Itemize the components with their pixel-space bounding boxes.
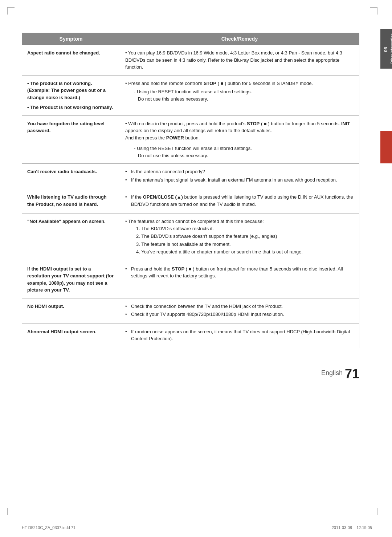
table-row: "Not Available" appears on screen. • The…	[22, 213, 359, 261]
remedy-list: Check the connection between the TV and …	[125, 303, 354, 318]
remedy-item: If the antenna's input signal is weak, i…	[125, 176, 354, 184]
footer-filename: HT-D5210C_ZA_0307.indd 71	[22, 525, 75, 530]
page-container: 06 Other information Symptom Check/Remed…	[0, 0, 392, 537]
remedy-item: Press and hold the STOP ( ■ ) button on …	[125, 265, 354, 280]
remedy-list: Is the antenna connected properly? If th…	[125, 168, 354, 183]
footer: HT-D5210C_ZA_0307.indd 71 2011-03-08 12:…	[0, 525, 392, 530]
symptom-cell: No HDMI output.	[22, 298, 120, 324]
table-row: Abnormal HDMI output screen. If random n…	[22, 324, 359, 348]
tab-number: 06	[383, 47, 388, 52]
table-row: No HDMI output. Check the connection bet…	[22, 298, 359, 324]
remedy-list: Press and hold the STOP ( ■ ) button on …	[125, 265, 354, 280]
footer-time: 12:19:05	[356, 525, 372, 530]
remedy-item: Check if your TV supports 480p/720p/1080…	[125, 311, 354, 318]
table-row: While listening to TV audio through the …	[22, 189, 359, 213]
symptom-cell: Abnormal HDMI output screen.	[22, 324, 120, 348]
symptom-text: You have forgotten the rating level pass…	[27, 121, 105, 134]
symptom-text: Can't receive radio broadcasts.	[27, 169, 97, 174]
corner-tl	[7, 7, 15, 15]
tab-label: Other information	[390, 33, 392, 64]
remedy-cell: • With no disc in the product, press and…	[120, 115, 359, 164]
footer-date-time: 2011-03-08 12:19:05	[332, 525, 372, 530]
symptom-cell: While listening to TV audio through the …	[22, 189, 120, 213]
symptom-cell: Can't receive radio broadcasts.	[22, 164, 120, 189]
symptom-text: Abnormal HDMI output screen.	[27, 329, 97, 334]
remedy-numbered-2: 2. The BD/DVD's software doesn't support…	[125, 233, 354, 240]
table-row: Can't receive radio broadcasts. Is the a…	[22, 164, 359, 189]
remedy-text: • You can play 16:9 BD/DVDs in 16:9 Wide…	[125, 50, 342, 70]
remedy-numbered-3: 3. The feature is not available at the m…	[125, 241, 354, 248]
symptom-cell: • The product is not working. (Example: …	[22, 75, 120, 115]
red-bookmark-tab	[380, 131, 392, 163]
symptom-text: "Not Available" appears on screen.	[27, 219, 106, 224]
remedy-cell: If random noise appears on the screen, i…	[120, 324, 359, 348]
remedy-cell: If the OPEN/CLOSE (▲) button is pressed …	[120, 189, 359, 213]
remedy-item: If the OPEN/CLOSE (▲) button is pressed …	[125, 194, 354, 208]
symptom-text: No HDMI output.	[27, 304, 64, 309]
remedy-cell: • You can play 16:9 BD/DVDs in 16:9 Wide…	[120, 45, 359, 76]
footer-date: 2011-03-08	[332, 525, 352, 530]
remedy-cell: • Press and hold the romote control's ST…	[120, 75, 359, 115]
page-number-area: English 71	[0, 366, 359, 382]
table-row: You have forgotten the rating level pass…	[22, 115, 359, 164]
table-row: If the HDMI output is set to a resolutio…	[22, 261, 359, 298]
symptom-cell: Aspect ratio cannot be changed.	[22, 45, 120, 76]
symptom-cell: "Not Available" appears on screen.	[22, 213, 120, 261]
side-tab: 06 Other information	[380, 29, 392, 69]
table-row: Aspect ratio cannot be changed. • You ca…	[22, 45, 359, 76]
corner-bl	[7, 508, 15, 515]
remedy-numbered-4: 4. You've requested a title or chapter n…	[125, 248, 354, 256]
remedy-cell: Is the antenna connected properly? If th…	[120, 164, 359, 189]
remedy-intro: • The features or action cannot be compl…	[125, 218, 354, 225]
remedy-list: If the OPEN/CLOSE (▲) button is pressed …	[125, 194, 354, 208]
troubleshooting-table: Symptom Check/Remedy Aspect ratio cannot…	[22, 33, 359, 348]
remedy-numbered-1: 1. The BD/DVD's software restricts it.	[125, 225, 354, 232]
remedy-item: Check the connection between the TV and …	[125, 303, 354, 310]
corner-tr	[370, 7, 377, 15]
remedy-cell: Press and hold the STOP ( ■ ) button on …	[120, 261, 359, 298]
remedy-sub: - Using the RESET function will erase al…	[125, 88, 354, 102]
symptom-text: Aspect ratio cannot be changed.	[27, 50, 100, 56]
english-label: English	[321, 369, 343, 382]
table-row: • The product is not working. (Example: …	[22, 75, 359, 115]
remedy-item: Is the antenna connected properly?	[125, 168, 354, 175]
symptom-cell: If the HDMI output is set to a resolutio…	[22, 261, 120, 298]
header-symptom: Symptom	[22, 33, 120, 45]
header-remedy: Check/Remedy	[120, 33, 359, 45]
symptom-cell: You have forgotten the rating level pass…	[22, 115, 120, 164]
remedy-main: • Press and hold the romote control's ST…	[125, 80, 354, 87]
remedy-item: If random noise appears on the screen, i…	[125, 328, 354, 342]
main-content: Symptom Check/Remedy Aspect ratio cannot…	[22, 33, 359, 348]
remedy-cell: • The features or action cannot be compl…	[120, 213, 359, 261]
remedy-bullet-1: • With no disc in the product, press and…	[125, 120, 354, 142]
symptom-text: While listening to TV audio through the …	[27, 194, 107, 207]
page-number: 71	[345, 366, 359, 382]
symptom-text: If the HDMI output is set to a resolutio…	[27, 266, 114, 293]
remedy-list: If random noise appears on the screen, i…	[125, 328, 354, 342]
symptom-part-2: • The Product is not working normally.	[27, 104, 115, 111]
symptom-part-1: • The product is not working. (Example: …	[27, 80, 115, 101]
remedy-cell: Check the connection between the TV and …	[120, 298, 359, 324]
corner-br	[370, 508, 377, 515]
remedy-sub: - Using the RESET function will erase al…	[125, 145, 354, 159]
